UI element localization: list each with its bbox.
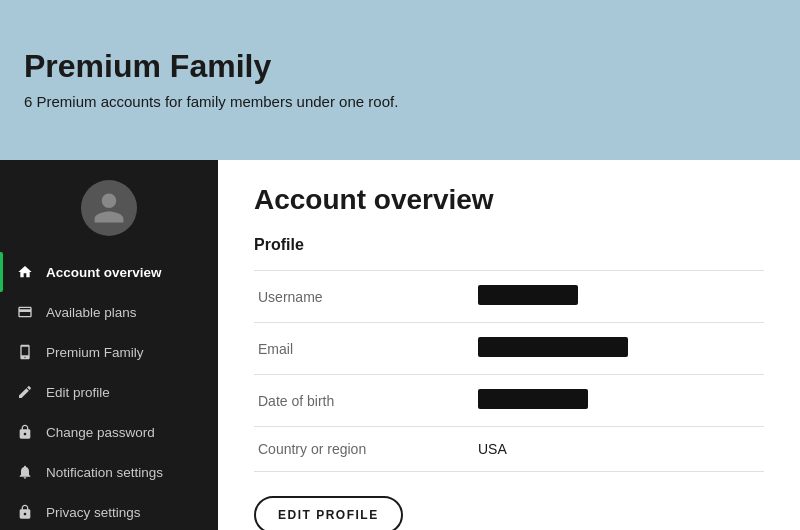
email-value [474, 323, 764, 375]
username-redacted [478, 285, 578, 305]
username-value [474, 271, 764, 323]
dob-redacted [478, 389, 588, 409]
sidebar-label-account-overview: Account overview [46, 265, 162, 280]
sidebar-item-available-plans[interactable]: Available plans [0, 292, 218, 332]
email-redacted [478, 337, 628, 357]
lock-icon [16, 423, 34, 441]
bell-icon [16, 463, 34, 481]
country-value: USA [474, 427, 764, 472]
profile-section-title: Profile [254, 236, 764, 254]
home-icon [16, 263, 34, 281]
sidebar-item-privacy-settings[interactable]: Privacy settings [0, 492, 218, 530]
lock-icon-2 [16, 503, 34, 521]
dob-label: Date of birth [254, 375, 474, 427]
sidebar-label-premium-family: Premium Family [46, 345, 144, 360]
table-row: Date of birth [254, 375, 764, 427]
sidebar-nav: Account overview Available plans Premium… [0, 252, 218, 530]
username-label: Username [254, 271, 474, 323]
avatar-circle [81, 180, 137, 236]
table-row: Country or region USA [254, 427, 764, 472]
tablet-icon [16, 343, 34, 361]
edit-profile-button[interactable]: EDIT PROFILE [254, 496, 403, 530]
country-label: Country or region [254, 427, 474, 472]
sidebar: Account overview Available plans Premium… [0, 160, 218, 530]
table-row: Username [254, 271, 764, 323]
dob-value [474, 375, 764, 427]
banner-subtitle: 6 Premium accounts for family members un… [24, 93, 776, 110]
card-icon [16, 303, 34, 321]
sidebar-label-privacy-settings: Privacy settings [46, 505, 141, 520]
sidebar-item-edit-profile[interactable]: Edit profile [0, 372, 218, 412]
premium-family-banner: Premium Family 6 Premium accounts for fa… [0, 0, 800, 160]
email-label: Email [254, 323, 474, 375]
profile-table: Username Email Date of birth [254, 270, 764, 472]
pencil-icon [16, 383, 34, 401]
sidebar-label-change-password: Change password [46, 425, 155, 440]
avatar [0, 160, 218, 252]
sidebar-item-account-overview[interactable]: Account overview [0, 252, 218, 292]
sidebar-item-change-password[interactable]: Change password [0, 412, 218, 452]
sidebar-item-premium-family[interactable]: Premium Family [0, 332, 218, 372]
table-row: Email [254, 323, 764, 375]
sidebar-label-available-plans: Available plans [46, 305, 137, 320]
user-avatar-icon [91, 190, 127, 226]
sidebar-label-edit-profile: Edit profile [46, 385, 110, 400]
sidebar-item-notification-settings[interactable]: Notification settings [0, 452, 218, 492]
banner-title: Premium Family [24, 48, 776, 85]
sidebar-label-notification-settings: Notification settings [46, 465, 163, 480]
page-title: Account overview [254, 184, 764, 216]
profile-section: Profile Username Email [254, 236, 764, 530]
main-content: Account overview Profile Username Email [218, 160, 800, 530]
